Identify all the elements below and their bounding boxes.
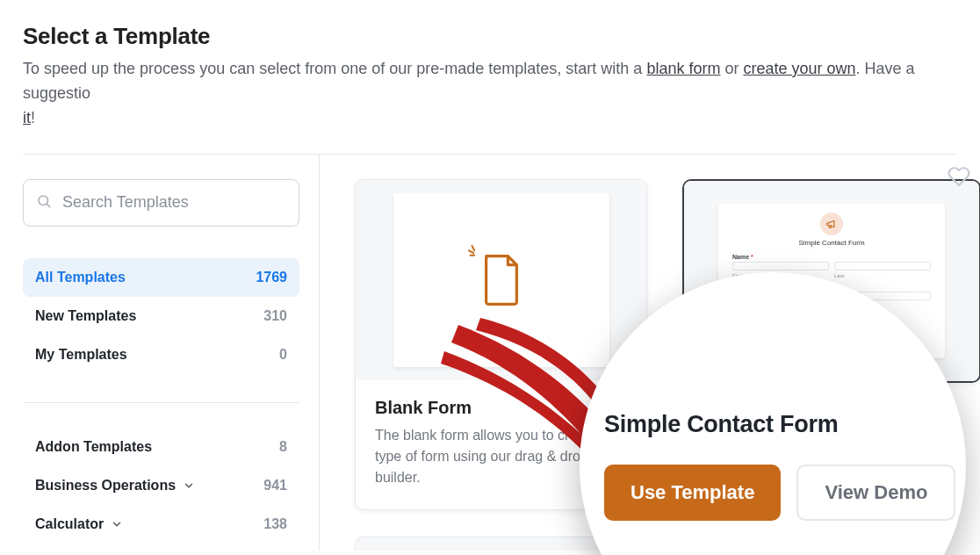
document-icon <box>479 253 523 307</box>
subtitle-prefix: To speed up the process you can select f… <box>23 60 646 77</box>
zoom-title: Simple Contact Form <box>604 411 941 438</box>
view-demo-button[interactable]: View Demo <box>796 465 955 521</box>
chevron-down-icon <box>183 479 195 492</box>
mini-input <box>732 262 829 270</box>
sidebar-secondary-list: Addon Templates 8 Business Operations 94… <box>23 428 299 544</box>
use-template-button[interactable]: Use Template <box>604 465 781 521</box>
search-input[interactable] <box>61 192 286 213</box>
sidebar-item-calculator[interactable]: Calculator 138 <box>23 505 299 544</box>
svg-line-1 <box>47 204 49 206</box>
sidebar-item-new-templates[interactable]: New Templates 310 <box>23 297 299 335</box>
sidebar-item-count: 138 <box>263 516 287 532</box>
heart-icon[interactable] <box>948 179 970 191</box>
sidebar-item-count: 1769 <box>256 270 287 285</box>
subtitle-middle: or <box>720 60 743 77</box>
link-suggest-it[interactable]: it <box>23 109 31 126</box>
sidebar-item-my-templates[interactable]: My Templates 0 <box>23 335 299 374</box>
sidebar-item-all-templates[interactable]: All Templates 1769 <box>23 258 299 297</box>
zoom-buttons: Use Template View Demo <box>604 465 941 521</box>
mini-caption-last: Last <box>834 273 931 278</box>
sidebar-primary-list: All Templates 1769 New Templates 310 My … <box>23 258 299 374</box>
sidebar-item-label: New Templates <box>35 308 136 324</box>
sidebar-item-count: 8 <box>279 439 287 455</box>
divider-sidebar <box>23 402 299 403</box>
link-blank-form[interactable]: blank form <box>646 60 720 77</box>
mini-label-name: Name <box>732 254 931 260</box>
preview-paper <box>393 193 609 367</box>
page-title: Select a Template <box>23 23 957 50</box>
svg-line-2 <box>472 246 474 251</box>
mini-title: Simple Contact Form <box>732 239 931 247</box>
sidebar-item-count: 0 <box>279 347 287 363</box>
sidebar-item-label: Business Operations <box>35 478 176 494</box>
mini-input <box>834 262 931 270</box>
megaphone-icon <box>820 213 843 235</box>
page-subtitle: To speed up the process you can select f… <box>23 57 957 131</box>
search-input-wrapper[interactable] <box>23 179 299 227</box>
sidebar-item-count: 310 <box>263 308 287 324</box>
subtitle-line2-suffix: ! <box>31 109 35 126</box>
search-icon <box>36 193 61 213</box>
sidebar-item-count: 941 <box>263 478 287 494</box>
sidebar-item-business-operations[interactable]: Business Operations 941 <box>23 466 299 505</box>
sidebar-item-label: All Templates <box>35 270 126 285</box>
svg-line-3 <box>468 250 473 253</box>
sidebar-item-label: Calculator <box>35 516 104 532</box>
sidebar-item-label: My Templates <box>35 347 127 363</box>
sidebar-item-addon-templates[interactable]: Addon Templates 8 <box>23 428 299 466</box>
link-create-your-own[interactable]: create your own <box>743 60 855 77</box>
template-preview <box>356 180 646 380</box>
chevron-down-icon <box>111 518 123 530</box>
sidebar-item-label: Addon Templates <box>35 439 152 455</box>
sidebar: All Templates 1769 New Templates 310 My … <box>23 155 320 551</box>
